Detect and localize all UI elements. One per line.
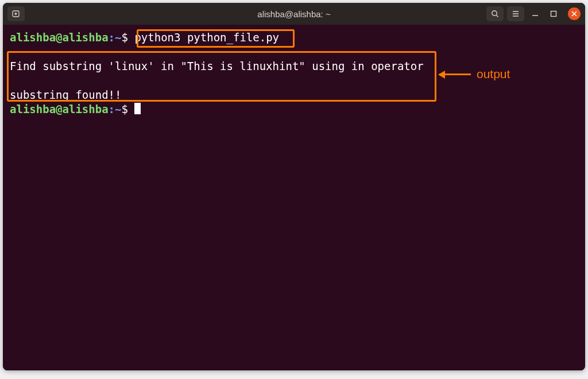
prompt-symbol: $ [122, 103, 128, 115]
new-tab-icon [11, 10, 21, 18]
titlebar: alishba@alishba: ~ [3, 3, 585, 25]
search-button[interactable] [486, 6, 504, 21]
prompt-user-host: alishba@alishba [10, 103, 109, 115]
output-line-1: Find substring 'linux' in "This is linux… [10, 59, 578, 74]
command-text [128, 31, 134, 44]
prompt-path: ~ [115, 31, 121, 44]
blank-line [10, 74, 578, 88]
terminal-body[interactable]: alishba@alishba:~$ python3 python_file.p… [3, 25, 585, 370]
output-line-2: substring found!! [10, 88, 578, 102]
menu-icon [511, 10, 520, 18]
svg-line-4 [496, 15, 498, 17]
maximize-button[interactable] [546, 8, 561, 20]
prompt-symbol: $ [122, 31, 128, 44]
minimize-button[interactable] [528, 8, 543, 20]
menu-button[interactable] [507, 6, 524, 21]
search-icon [490, 9, 500, 18]
prompt-sep: : [109, 103, 115, 115]
close-button[interactable] [568, 7, 581, 20]
prompt-line-2: alishba@alishba:~$ [10, 102, 578, 117]
prompt-sep: : [109, 31, 115, 44]
new-tab-button[interactable] [7, 6, 25, 21]
command-text-value: python3 python_file.py [134, 31, 279, 44]
prompt-line-1: alishba@alishba:~$ python3 python_file.p… [10, 30, 578, 45]
blank-line [10, 45, 578, 59]
terminal-window: alishba@alishba: ~ alishba@alishba:~$ py… [3, 3, 585, 370]
prompt-user-host: alishba@alishba [10, 31, 109, 44]
maximize-icon [550, 10, 558, 18]
svg-point-3 [492, 11, 497, 16]
prompt-path: ~ [115, 103, 121, 115]
close-icon [571, 10, 578, 17]
svg-rect-9 [551, 11, 556, 17]
minimize-icon [531, 10, 539, 18]
cursor [134, 103, 141, 114]
